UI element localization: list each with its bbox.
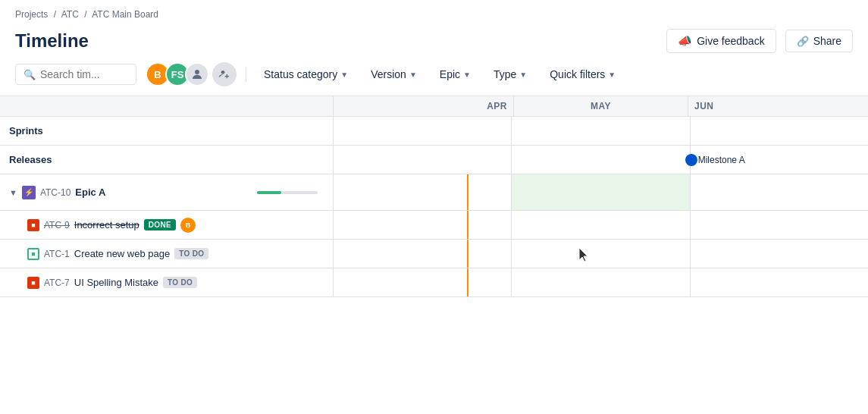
milestone-dot xyxy=(685,154,697,166)
issue-content-atc9 xyxy=(334,211,868,239)
issue-icon-atc1: ■ xyxy=(27,248,39,260)
issue-key-atc1[interactable]: ATC-1 xyxy=(44,249,70,259)
issue-content-atc7 xyxy=(334,268,868,296)
issue-status-atc7: TO DO xyxy=(163,277,197,288)
svg-point-1 xyxy=(221,71,225,74)
issue-content-atc1 xyxy=(334,240,868,268)
issue-key-atc9[interactable]: ATC-9 xyxy=(44,220,70,231)
type-chevron: ▼ xyxy=(519,71,527,79)
timeline: APR MAY JUN Sprints Releases Milestone A xyxy=(0,96,868,297)
releases-content: Milestone A xyxy=(334,146,868,174)
version-label: Version xyxy=(371,68,406,80)
orange-line-atc9 xyxy=(467,211,468,239)
sprints-content xyxy=(334,117,868,145)
epic-label-area: ▼ ⚡ ATC-10 Epic A xyxy=(0,174,334,210)
type-filter[interactable]: Type ▼ xyxy=(485,64,535,85)
sprints-col-apr xyxy=(334,117,512,145)
timeline-months: APR MAY JUN xyxy=(334,96,868,116)
issue-col-may-atc7 xyxy=(512,268,690,296)
status-category-label: Status category xyxy=(264,68,337,80)
search-input[interactable] xyxy=(40,68,124,80)
breadcrumb: Projects / ATC / ATC Main Board xyxy=(15,9,853,20)
month-apr: APR xyxy=(334,96,514,116)
megaphone-icon: 📣 xyxy=(678,34,692,48)
issue-col-may-atc9 xyxy=(512,211,690,239)
releases-row: Releases Milestone A xyxy=(0,146,868,174)
month-may: MAY xyxy=(514,96,688,116)
quick-filters-label: Quick filters xyxy=(550,68,605,80)
breadcrumb-sep2: / xyxy=(84,9,86,20)
status-category-filter[interactable]: Status category ▼ xyxy=(255,64,356,85)
svg-point-0 xyxy=(195,70,199,74)
epic-col-apr xyxy=(334,174,512,210)
epic-content xyxy=(334,174,868,210)
breadcrumb-atc[interactable]: ATC xyxy=(61,9,79,20)
sprints-col-may xyxy=(512,117,690,145)
issue-col-jun-atc9 xyxy=(691,211,868,239)
issue-status-atc9: DONE xyxy=(144,219,176,231)
version-chevron: ▼ xyxy=(409,71,417,79)
issue-avatar-atc9: B xyxy=(180,218,196,233)
issue-icon-atc7: ■ xyxy=(27,277,39,289)
toolbar-divider xyxy=(246,67,246,82)
issue-col-apr-atc9 xyxy=(334,211,512,239)
epic-toggle[interactable]: ▼ xyxy=(9,188,17,197)
epic-progress-fill xyxy=(257,191,281,194)
epic-col-may xyxy=(512,174,690,210)
quick-filters-button[interactable]: Quick filters ▼ xyxy=(541,64,624,85)
issue-label-atc9: ■ ATC-9 Incorrect setup DONE B xyxy=(0,211,334,239)
toolbar: 🔍 B FS Status category ▼ Version ▼ xyxy=(0,56,868,96)
releases-label: Releases xyxy=(0,146,334,174)
issue-row-atc9: ■ ATC-9 Incorrect setup DONE B xyxy=(0,211,868,240)
orange-timeline-line xyxy=(467,174,468,210)
title-row: Timeline 📣 Give feedback 🔗 Share xyxy=(0,29,868,56)
milestone-label: Milestone A xyxy=(698,155,745,165)
add-assignee-button[interactable] xyxy=(212,62,237,86)
quick-filters-chevron: ▼ xyxy=(608,71,616,79)
header: Projects / ATC / ATC Main Board xyxy=(0,0,868,29)
issue-row-atc1: ■ ATC-1 Create new web page TO DO xyxy=(0,240,868,268)
epic-icon: ⚡ xyxy=(22,186,36,199)
header-actions: 📣 Give feedback 🔗 Share xyxy=(666,29,853,53)
version-filter[interactable]: Version ▼ xyxy=(362,64,425,85)
issue-col-jun-atc7 xyxy=(691,268,868,296)
issue-key-atc7[interactable]: ATC-7 xyxy=(44,278,70,288)
issue-icon-atc9: ■ xyxy=(27,219,39,231)
type-label: Type xyxy=(494,68,516,80)
breadcrumb-projects[interactable]: Projects xyxy=(15,9,48,20)
orange-line-atc1 xyxy=(467,240,468,268)
epic-chevron: ▼ xyxy=(463,71,471,79)
page-title: Timeline xyxy=(15,30,89,52)
share-icon: 🔗 xyxy=(797,36,809,47)
issue-col-apr-atc7 xyxy=(334,268,512,296)
epic-progress-bar xyxy=(257,191,318,194)
sprints-col-jun xyxy=(691,117,868,145)
epic-id: ATC-10 xyxy=(40,187,71,198)
issue-title-atc9: Incorrect setup xyxy=(74,219,139,231)
share-label: Share xyxy=(813,35,841,47)
releases-col-jun: Milestone A xyxy=(691,146,868,174)
timeline-header: APR MAY JUN xyxy=(0,96,868,117)
search-box[interactable]: 🔍 xyxy=(15,64,136,85)
status-category-chevron: ▼ xyxy=(340,71,348,79)
feedback-label: Give feedback xyxy=(697,35,765,47)
share-button[interactable]: 🔗 Share xyxy=(785,30,853,52)
issue-label-atc1: ■ ATC-1 Create new web page TO DO xyxy=(0,240,334,268)
orange-line-atc7 xyxy=(467,268,468,296)
give-feedback-button[interactable]: 📣 Give feedback xyxy=(666,29,776,53)
issue-col-jun-atc1 xyxy=(691,240,868,268)
epic-label: Epic xyxy=(440,68,460,80)
breadcrumb-board[interactable]: ATC Main Board xyxy=(92,9,158,20)
avatar-unknown[interactable] xyxy=(185,62,209,86)
breadcrumb-sep1: / xyxy=(54,9,56,20)
sprints-label: Sprints xyxy=(0,117,334,145)
issue-col-apr-atc1 xyxy=(334,240,512,268)
sprints-row: Sprints xyxy=(0,117,868,146)
issue-col-may-atc1 xyxy=(512,240,690,268)
releases-col-may xyxy=(512,146,690,174)
epic-row: ▼ ⚡ ATC-10 Epic A xyxy=(0,174,868,211)
releases-col-apr xyxy=(334,146,512,174)
epic-filter[interactable]: Epic ▼ xyxy=(431,64,479,85)
month-jun: JUN xyxy=(688,96,868,116)
epic-col-jun xyxy=(691,174,868,210)
